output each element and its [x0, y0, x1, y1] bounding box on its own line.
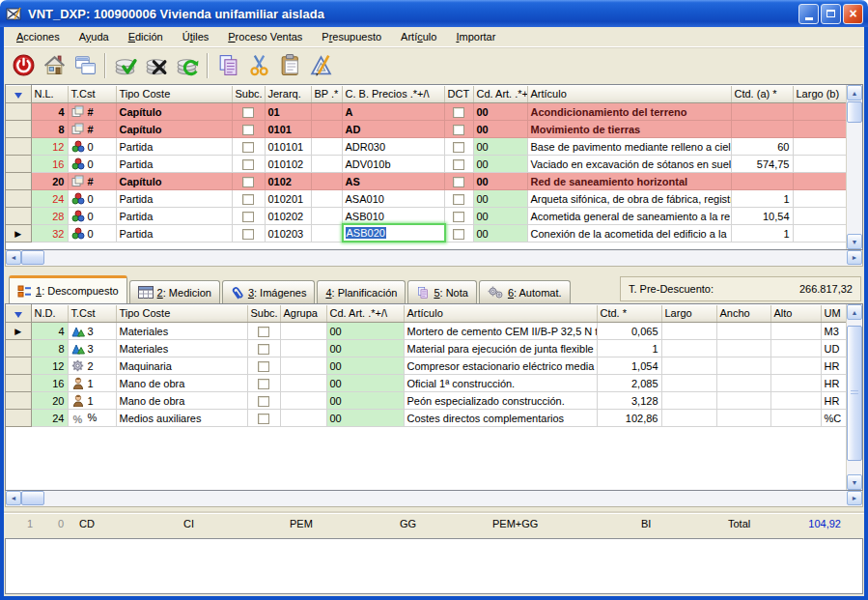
cell-bp[interactable]: [311, 173, 342, 190]
cell-agrupa[interactable]: [280, 375, 326, 392]
column-header-largo[interactable]: Largo: [661, 305, 716, 323]
cell-precios[interactable]: AD: [342, 121, 444, 138]
cell-tcst[interactable]: #: [68, 173, 116, 190]
cell-um[interactable]: HR: [821, 357, 846, 375]
cell-bp[interactable]: [311, 190, 342, 208]
filter-header-cell[interactable]: [6, 86, 31, 103]
cell-um[interactable]: M3: [821, 323, 846, 340]
cell-subc[interactable]: [232, 190, 265, 208]
column-header-bp[interactable]: BP .*: [311, 86, 342, 103]
cell-cd-art[interactable]: 00: [326, 340, 404, 357]
cell-ctd[interactable]: 102,86: [597, 410, 661, 427]
cell-cd-art[interactable]: 00: [326, 375, 404, 392]
checkbox[interactable]: [242, 107, 254, 118]
row-selector[interactable]: [6, 103, 31, 121]
cell-articulo[interactable]: Base de pavimento mediante relleno a cie…: [527, 138, 731, 156]
column-header-dct[interactable]: DCT: [444, 86, 473, 103]
cell-cd-art[interactable]: 00: [326, 410, 404, 427]
vscroll-track[interactable]: [847, 123, 862, 234]
menu-art-culo[interactable]: Artículo: [391, 29, 446, 45]
vscroll-thumb[interactable]: [847, 101, 862, 123]
column-header-um[interactable]: UM: [821, 305, 846, 323]
row-selector[interactable]: [6, 375, 31, 392]
scroll-down-button[interactable]: ▼: [847, 234, 862, 249]
paste-button[interactable]: [274, 50, 305, 81]
cell-nl[interactable]: 32: [31, 225, 68, 243]
cell-tcst[interactable]: 0: [68, 156, 116, 173]
cell-articulo[interactable]: Acometida general de saneamiento a la re: [527, 208, 731, 225]
cell-largo[interactable]: [661, 323, 716, 340]
cell-nd[interactable]: 12: [31, 357, 68, 375]
cell-alto[interactable]: [770, 410, 821, 427]
refresh-button[interactable]: [172, 50, 203, 81]
column-header-ctd[interactable]: Ctd. (a) *: [731, 86, 793, 103]
cell-ctd[interactable]: 3,128: [597, 392, 661, 410]
cell-cd-art[interactable]: 00: [473, 121, 527, 138]
cell-precios[interactable]: ASA010: [342, 190, 444, 208]
menu-acciones[interactable]: Acciones: [7, 29, 70, 45]
checkbox[interactable]: [258, 344, 269, 355]
checkbox[interactable]: [453, 194, 464, 205]
cell-alto[interactable]: [770, 357, 821, 375]
vscroll-track[interactable]: [847, 461, 862, 474]
cell-ctd[interactable]: 2,085: [597, 375, 661, 392]
checkbox[interactable]: [242, 177, 254, 187]
cell-tcst[interactable]: 0: [68, 190, 116, 208]
cell-subc[interactable]: [247, 323, 280, 340]
cell-ctd[interactable]: [731, 103, 793, 121]
column-header-largo[interactable]: Largo (b): [793, 86, 846, 103]
cell-dct[interactable]: [444, 121, 473, 138]
cell-tipo-coste[interactable]: Capítulo: [116, 121, 232, 138]
cell-largo[interactable]: [793, 173, 846, 190]
cell-tcst[interactable]: 0: [68, 208, 116, 225]
cell-um[interactable]: UD: [821, 340, 846, 357]
cut-button[interactable]: [243, 50, 274, 81]
menu-edici-n[interactable]: Edición: [119, 29, 173, 45]
column-header-tipo[interactable]: Tipo Coste: [116, 305, 247, 323]
cell-tipo-coste[interactable]: Partida: [116, 225, 232, 243]
cell-tipo-coste[interactable]: Mano de obra: [116, 375, 247, 392]
column-header-cdart[interactable]: Cd. Art. .*+/\: [473, 86, 527, 103]
cell-subc[interactable]: [232, 103, 265, 121]
cell-largo[interactable]: [793, 138, 846, 156]
cell-subc[interactable]: [247, 392, 280, 410]
column-header-cdart[interactable]: Cd. Art. .*+/\: [326, 305, 404, 323]
cell-tipo-coste[interactable]: Medios auxiliares: [116, 410, 247, 427]
cell-ctd[interactable]: 574,75: [731, 156, 793, 173]
accept-button[interactable]: [110, 50, 141, 81]
cell-ctd[interactable]: 1: [731, 225, 793, 243]
column-header-tcst[interactable]: T.Cst: [68, 305, 116, 323]
cell-alto[interactable]: [770, 375, 821, 392]
cell-jerarq[interactable]: 010102: [265, 156, 311, 173]
cell-largo[interactable]: [793, 208, 846, 225]
cell-editor[interactable]: ASB020: [342, 223, 446, 243]
row-selector[interactable]: ▶: [6, 225, 31, 243]
cell-articulo[interactable]: Mortero de cemento CEM II/B-P 32,5 N tip: [404, 323, 597, 340]
cell-precios[interactable]: ADV010b: [342, 156, 444, 173]
power-button[interactable]: [8, 50, 39, 81]
cell-precios[interactable]: A: [342, 103, 444, 121]
row-selector[interactable]: [6, 357, 31, 375]
cell-cd-art[interactable]: 00: [473, 156, 527, 173]
checkbox[interactable]: [258, 396, 269, 407]
cell-jerarq[interactable]: 010101: [265, 138, 311, 156]
cell-tipo-coste[interactable]: Mano de obra: [116, 392, 247, 410]
cell-cd-art[interactable]: 00: [326, 323, 404, 340]
cell-subc[interactable]: [232, 225, 265, 243]
tab-automat[interactable]: 6: Automat.: [479, 280, 571, 303]
scroll-left-button[interactable]: ◄: [6, 250, 21, 265]
cell-largo[interactable]: [793, 103, 846, 121]
row-selector[interactable]: [6, 340, 31, 357]
cell-dct[interactable]: [444, 103, 473, 121]
cell-subc[interactable]: [232, 138, 265, 156]
column-header-alto[interactable]: Alto: [770, 305, 821, 323]
checkbox[interactable]: [453, 107, 464, 118]
row-selector[interactable]: [6, 173, 31, 190]
column-header-ctd[interactable]: Ctd. *: [597, 305, 661, 323]
cell-ancho[interactable]: [716, 340, 770, 357]
row-selector[interactable]: [6, 208, 31, 225]
cell-articulo[interactable]: Compresor estacionario eléctrico media p…: [404, 357, 597, 375]
hscroll-thumb[interactable]: [21, 491, 44, 505]
column-header-subc[interactable]: Subc.: [247, 305, 280, 323]
cell-cd-art[interactable]: 00: [473, 173, 527, 190]
